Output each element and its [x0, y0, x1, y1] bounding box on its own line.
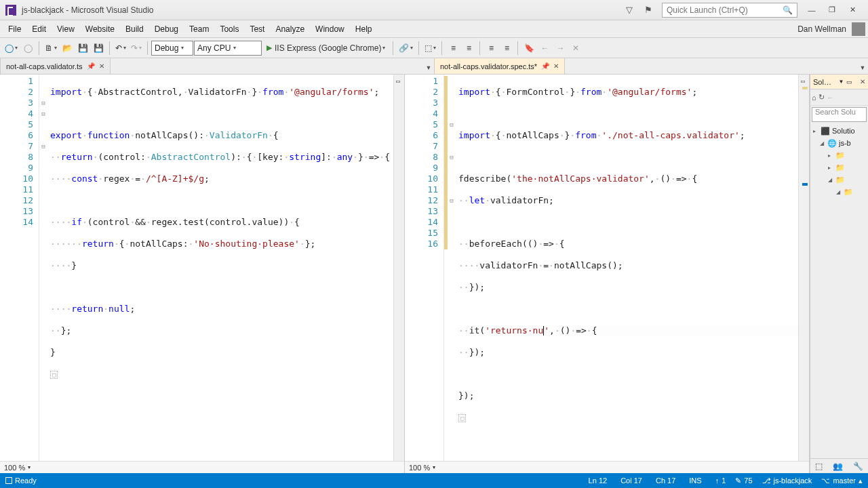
indent-button[interactable]: ≡ — [461, 41, 476, 56]
status-repo[interactable]: ⎇ js-blackjack — [762, 476, 812, 485]
menu-analyze[interactable]: Analyze — [270, 22, 310, 36]
filter-icon[interactable]: ▽ — [621, 2, 637, 18]
close-icon[interactable]: ✕ — [860, 78, 865, 85]
menu-test[interactable]: Test — [244, 22, 270, 36]
code-content[interactable]: import·{·AbstractControl,·ValidatorFn·}·… — [47, 75, 393, 461]
solution-search[interactable]: Search Solu — [812, 107, 867, 122]
split-icon[interactable]: ▭ — [798, 76, 808, 85]
tab-overflow-icon[interactable]: ▼ — [857, 64, 868, 74]
status-char: Ch 17 — [656, 476, 675, 485]
vs-logo-icon — [5, 5, 16, 16]
menu-bar: File Edit View Website Build Debug Team … — [0, 20, 868, 38]
browser-link-button[interactable]: 🔗 — [397, 41, 415, 56]
refresh-icon[interactable]: ↻ — [818, 93, 825, 102]
tab-validator-spec[interactable]: not-all-caps.validator.spec.ts* 📌 ✕ — [434, 58, 565, 74]
tab-validator[interactable]: not-all-caps.validator.ts 📌 ✕ — [0, 58, 111, 74]
pin-icon[interactable]: ▭ — [846, 79, 852, 85]
redo-button: ↷ — [129, 41, 144, 56]
clear-bookmarks-button: ✕ — [568, 41, 583, 56]
menu-debug[interactable]: Debug — [149, 22, 184, 36]
solution-explorer: Sol… ▼ ▭ ✕ ⌂ ↻ ← Search Solu ▸⬛Solutio ◢… — [810, 75, 868, 473]
user-name[interactable]: Dan Wellman — [797, 24, 849, 34]
panel-header[interactable]: Sol… ▼ ▭ ✕ — [810, 75, 868, 89]
status-ins: INS — [689, 476, 701, 485]
status-pending-up[interactable]: ↑ 1 — [715, 476, 726, 485]
tab-label: not-all-caps.validator.ts — [6, 62, 83, 70]
fold-column[interactable]: ⊟⊟⊟ — [39, 75, 47, 461]
uncomment-button[interactable]: ≡ — [499, 41, 514, 56]
menu-build[interactable]: Build — [120, 22, 149, 36]
user-avatar-icon[interactable] — [852, 22, 865, 36]
panel-toolbar: ⌂ ↻ ← — [810, 89, 868, 106]
menu-view[interactable]: View — [52, 22, 80, 36]
menu-website[interactable]: Website — [80, 22, 120, 36]
explorer-tab-icon[interactable]: ⬚ — [815, 462, 823, 471]
status-line: Ln 12 — [589, 476, 608, 485]
notifications-icon[interactable]: ⚑ — [640, 2, 656, 18]
status-col: Col 17 — [620, 476, 642, 485]
minimize-button[interactable]: — — [802, 2, 822, 18]
prev-bookmark-button: ← — [537, 41, 552, 56]
menu-window[interactable]: Window — [310, 22, 350, 36]
status-branch[interactable]: ⌥ master ▴ — [821, 476, 863, 485]
bookmark-button[interactable]: 🔖 — [521, 41, 536, 56]
title-bar: js-blackjack - Microsoft Visual Studio ▽… — [0, 0, 868, 20]
back-icon[interactable]: ← — [827, 94, 834, 102]
menu-team[interactable]: Team — [184, 22, 214, 36]
chevron-down-icon[interactable]: ▼ — [838, 79, 844, 85]
open-button[interactable]: 📂 — [60, 41, 75, 56]
config-dropdown[interactable]: Debug — [151, 41, 193, 56]
solution-tree[interactable]: ▸⬛Solutio ◢🌐js-b ▸📁 ▸📁 ◢📁 ◢📁 — [810, 123, 868, 458]
menu-edit[interactable]: Edit — [26, 22, 52, 36]
nav-back-button[interactable]: ◯ — [3, 41, 20, 56]
status-bar: Ready Ln 12 Col 17 Ch 17 INS ↑ 1 ✎ 75 ⎇ … — [0, 473, 868, 488]
maximize-button[interactable]: ❐ — [822, 2, 842, 18]
new-item-button[interactable]: 🗎 — [43, 41, 59, 56]
scrollbar-right[interactable]: ▭ — [798, 75, 809, 461]
save-all-button[interactable]: 💾 — [91, 41, 106, 56]
fold-column[interactable]: ⊟⊟⊟ — [448, 75, 456, 461]
tab-overflow-icon[interactable]: ▼ — [423, 64, 434, 74]
tab-strip: not-all-caps.validator.ts 📌 ✕ ▼ not-all-… — [0, 58, 868, 75]
code-content[interactable]: import·{·FormControl·}·from·'@angular/fo… — [456, 75, 798, 461]
panel-footer: ⬚ 👥 🔧 — [810, 458, 868, 473]
zoom-control[interactable]: 100 %▾ — [0, 461, 404, 473]
code-editor-left[interactable]: 1234567891011121314 ⊟⊟⊟ import·{·Abstrac… — [0, 75, 404, 461]
nav-forward-button: ◯ — [20, 41, 35, 56]
pin-icon[interactable]: 📌 — [541, 62, 549, 70]
status-pending-changes[interactable]: ✎ 75 — [735, 476, 752, 485]
line-gutter: 12345678910111213141516 — [405, 75, 444, 461]
menu-help[interactable]: Help — [350, 22, 378, 36]
tab-label: not-all-caps.validator.spec.ts* — [440, 62, 537, 70]
run-button[interactable]: ▶IIS Express (Google Chrome) — [262, 41, 389, 56]
team-tab-icon[interactable]: 👥 — [833, 462, 843, 471]
quick-launch-input[interactable] — [667, 5, 783, 15]
home-icon[interactable]: ⌂ — [812, 94, 816, 102]
next-bookmark-button: → — [553, 41, 568, 56]
properties-tab-icon[interactable]: 🔧 — [853, 462, 863, 471]
zoom-control[interactable]: 100 %▾ — [405, 461, 809, 473]
menu-tools[interactable]: Tools — [214, 22, 244, 36]
main-area: 1234567891011121314 ⊟⊟⊟ import·{·Abstrac… — [0, 75, 868, 473]
split-icon[interactable]: ▭ — [393, 76, 403, 85]
line-gutter: 1234567891011121314 — [0, 75, 39, 461]
editor-pane-right: 12345678910111213141516 ⊟⊟⊟ import·{·For… — [405, 75, 810, 473]
pin-icon[interactable]: 📌 — [87, 62, 95, 70]
quick-launch[interactable]: 🔍 — [662, 3, 797, 18]
platform-dropdown[interactable]: Any CPU — [194, 41, 262, 56]
menu-file[interactable]: File — [3, 22, 26, 36]
toolbar: ◯ ◯ 🗎 📂 💾 💾 ↶ ↷ Debug Any CPU ▶IIS Expre… — [0, 38, 868, 58]
save-button[interactable]: 💾 — [75, 41, 90, 56]
code-editor-right[interactable]: 12345678910111213141516 ⊟⊟⊟ import·{·For… — [405, 75, 809, 461]
outdent-button[interactable]: ≡ — [446, 41, 460, 56]
scrollbar-right[interactable]: ▭ — [393, 75, 404, 461]
undo-button[interactable]: ↶ — [113, 41, 128, 56]
publish-button[interactable]: ⬚ — [422, 41, 438, 56]
close-icon[interactable]: ✕ — [99, 62, 104, 70]
panel-title: Sol… — [813, 78, 831, 86]
close-button[interactable]: ✕ — [842, 2, 863, 18]
window-title: js-blackjack - Microsoft Visual Studio — [22, 5, 154, 15]
comment-button[interactable]: ≡ — [484, 41, 498, 56]
close-icon[interactable]: ✕ — [553, 62, 559, 70]
search-icon: 🔍 — [783, 5, 793, 15]
